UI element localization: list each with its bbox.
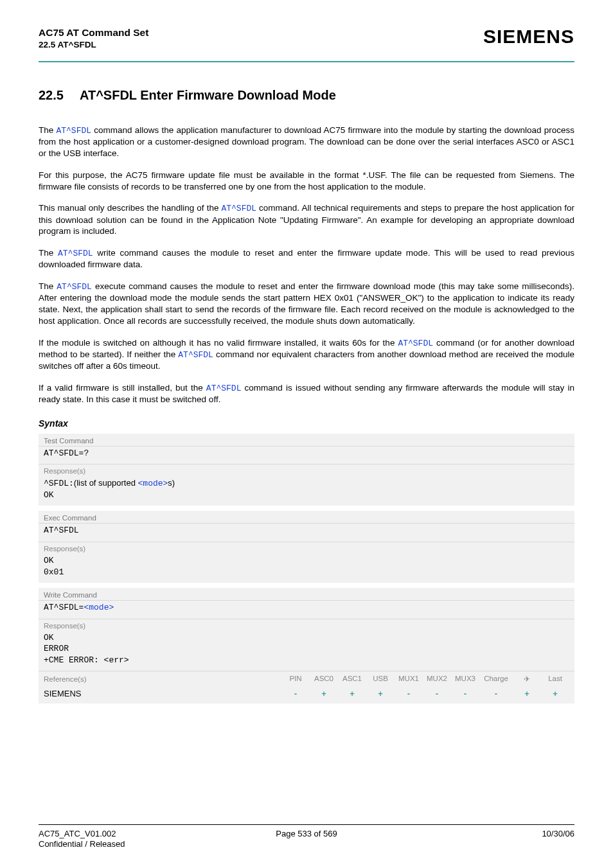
header-left: AC75 AT Command Set 22.5 AT^SFDL bbox=[39, 27, 148, 49]
write-command-box: Write Command AT^SFDL=<mode> Response(s)… bbox=[39, 588, 574, 704]
col-last: Last bbox=[541, 675, 569, 684]
atsfdl-link[interactable]: AT^SFDL bbox=[58, 249, 93, 258]
exec-command-box: Exec Command AT^SFDL Response(s) OK 0x01 bbox=[39, 511, 574, 583]
mode-link[interactable]: <mode> bbox=[138, 479, 168, 488]
col-charge: Charge bbox=[479, 675, 513, 684]
write-command-label: Write Command bbox=[39, 588, 574, 601]
val-asc1: + bbox=[338, 689, 366, 698]
doc-subtitle: 22.5 AT^SFDL bbox=[39, 40, 148, 49]
atsfdl-link[interactable]: AT^SFDL bbox=[56, 126, 91, 136]
atsfdl-link[interactable]: AT^SFDL bbox=[178, 350, 213, 360]
test-command-box: Test Command AT^SFDL=? Response(s) ^SFDL… bbox=[39, 434, 574, 506]
paragraph-2: For this purpose, the AC75 firmware upda… bbox=[39, 170, 574, 193]
section-title-text: AT^SFDL Enter Firmware Download Mode bbox=[80, 88, 336, 102]
header-rule bbox=[39, 61, 574, 62]
section-number: 22.5 bbox=[39, 88, 80, 103]
col-asc0: ASC0 bbox=[310, 675, 338, 684]
exec-command-text: AT^SFDL bbox=[39, 524, 574, 542]
reference-label: Reference(s) bbox=[44, 675, 281, 683]
write-command-text: AT^SFDL=<mode> bbox=[39, 601, 574, 619]
response-label: Response(s) bbox=[39, 464, 574, 476]
reference-header-row: Reference(s) PIN ASC0 ASC1 USB MUX1 MUX2… bbox=[39, 671, 574, 686]
col-airplane-icon: ✈ bbox=[513, 675, 541, 684]
col-mux2: MUX2 bbox=[423, 675, 451, 684]
page-footer: AC75_ATC_V01.002 Confidential / Released… bbox=[39, 829, 574, 849]
atsfdl-link[interactable]: AT^SFDL bbox=[57, 282, 92, 292]
atsfdl-link[interactable]: AT^SFDL bbox=[221, 204, 256, 213]
col-pin: PIN bbox=[281, 675, 310, 684]
val-asc0: + bbox=[310, 689, 338, 698]
body-text: The AT^SFDL command allows the applicati… bbox=[39, 125, 574, 416]
col-asc1: ASC1 bbox=[338, 675, 366, 684]
capability-columns: PIN ASC0 ASC1 USB MUX1 MUX2 MUX3 Charge … bbox=[281, 675, 569, 684]
val-mux2: - bbox=[423, 689, 451, 698]
footer-rule bbox=[39, 824, 574, 825]
val-pin: - bbox=[281, 689, 310, 698]
val-charge: - bbox=[479, 689, 513, 698]
col-mux1: MUX1 bbox=[395, 675, 423, 684]
siemens-logo: SIEMENS bbox=[483, 26, 574, 48]
paragraph-7: If a valid firmware is still installed, … bbox=[39, 382, 574, 405]
syntax-heading: Syntax bbox=[39, 418, 574, 429]
paragraph-5: The AT^SFDL execute command causes the m… bbox=[39, 281, 574, 327]
test-response-body: ^SFDL:(list of supported <mode>s) OK bbox=[39, 476, 574, 506]
capability-values: - + + + - - - - + + bbox=[281, 689, 569, 698]
paragraph-1: The AT^SFDL command allows the applicati… bbox=[39, 125, 574, 159]
col-usb: USB bbox=[366, 675, 395, 684]
atsfdl-link[interactable]: AT^SFDL bbox=[398, 339, 433, 348]
write-response-body: OK ERROR +CME ERROR: <err> bbox=[39, 631, 574, 671]
col-mux3: MUX3 bbox=[451, 675, 479, 684]
response-label: Response(s) bbox=[39, 542, 574, 554]
val-mux1: - bbox=[395, 689, 423, 698]
val-mux3: - bbox=[451, 689, 479, 698]
val-last: + bbox=[541, 689, 569, 698]
doc-version: AC75_ATC_V01.002 bbox=[39, 829, 215, 838]
mode-link[interactable]: <mode> bbox=[84, 603, 114, 612]
paragraph-3: This manual only describes the handling … bbox=[39, 202, 574, 237]
paragraph-4: The AT^SFDL write command causes the mod… bbox=[39, 247, 574, 270]
doc-confidentiality: Confidential / Released bbox=[39, 839, 215, 849]
response-label: Response(s) bbox=[39, 619, 574, 631]
val-usb: + bbox=[366, 689, 395, 698]
footer-left: AC75_ATC_V01.002 Confidential / Released bbox=[39, 829, 215, 849]
exec-response-body: OK 0x01 bbox=[39, 554, 574, 583]
paragraph-6: If the module is switched on although it… bbox=[39, 337, 574, 372]
section-heading: 22.5AT^SFDL Enter Firmware Download Mode bbox=[39, 88, 574, 103]
reference-value: SIEMENS bbox=[44, 689, 281, 698]
footer-page: Page 533 of 569 bbox=[218, 829, 395, 849]
val-airplane: + bbox=[513, 689, 541, 698]
reference-value-row: SIEMENS - + + + - - - - + + bbox=[39, 686, 574, 704]
exec-command-label: Exec Command bbox=[39, 511, 574, 524]
test-command-label: Test Command bbox=[39, 434, 574, 447]
page-header: AC75 AT Command Set 22.5 AT^SFDL SIEMENS bbox=[39, 27, 574, 57]
test-command-text: AT^SFDL=? bbox=[39, 447, 574, 465]
atsfdl-link[interactable]: AT^SFDL bbox=[206, 384, 242, 393]
doc-title: AC75 AT Command Set bbox=[39, 27, 148, 39]
footer-date: 10/30/06 bbox=[398, 829, 574, 849]
